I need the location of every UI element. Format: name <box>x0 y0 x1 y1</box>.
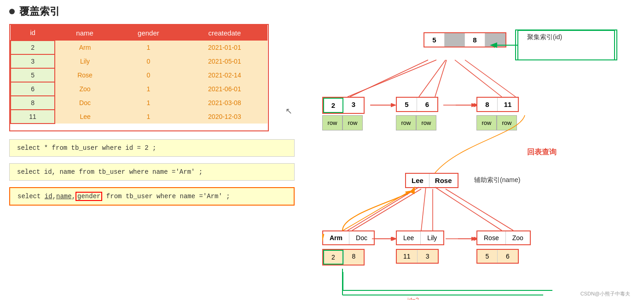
sql3-comma1: , <box>52 193 56 200</box>
title-row: 覆盖索引 <box>9 5 313 18</box>
col-name: name <box>55 25 115 41</box>
aux-id-center-cell-2: 3 <box>418 250 438 263</box>
aux-leaf-left-node: Arm Doc <box>322 230 375 245</box>
svg-line-9 <box>446 189 513 230</box>
cell-name: Arm <box>55 41 115 54</box>
aux-id-left-cell-1: 2 <box>323 250 343 265</box>
watermark: CSDN@小熊子中毒夫 <box>580 290 630 297</box>
aux-leaf-left-cell-1: Arm <box>323 231 349 244</box>
clustered-top-node: 5 8 <box>424 32 506 47</box>
cell-createdate: 2021-06-01 <box>182 82 267 96</box>
clustered-top-cell-1: 5 <box>424 33 445 47</box>
cursor-icon: ↖ <box>285 106 292 116</box>
cell-id: 2 <box>11 41 55 54</box>
cell-gender: 0 <box>115 54 182 68</box>
table-row: 8 Doc 1 2021-03-08 <box>11 96 267 110</box>
svg-line-3 <box>435 60 447 97</box>
cell-id: 6 <box>11 82 55 96</box>
cell-id: 5 <box>11 68 55 82</box>
clustered-top-cell-gap1 <box>445 33 465 47</box>
clustered-mid-right-cell-2: 11 <box>498 98 518 111</box>
col-id: id <box>11 25 55 41</box>
clustered-mid-right-rows: row row <box>476 115 517 130</box>
clustered-top-cell-gap2 <box>485 33 505 47</box>
bullet-icon <box>9 9 15 14</box>
cell-name: Zoo <box>55 82 115 96</box>
page-title: 覆盖索引 <box>19 5 60 18</box>
cell-name: Doc <box>55 96 115 110</box>
row-cell-6: row <box>497 115 517 130</box>
sql3-prefix: select <box>17 193 45 200</box>
data-table-wrapper: id name gender createdate 2 Arm 1 2021-0… <box>9 24 269 131</box>
cell-name: Rose <box>55 68 115 82</box>
clustered-mid-right-node: 8 11 <box>476 97 519 112</box>
row-cell-2: row <box>342 115 363 130</box>
aux-id-right-cell-2: 6 <box>498 250 518 263</box>
back-query-label: 回表查询 <box>527 148 557 157</box>
clustered-label: 聚集索引(id) <box>527 33 562 41</box>
aux-leaf-right-cell-2: Zoo <box>506 231 530 244</box>
aux-id-left-node: 2 8 <box>322 249 365 266</box>
aux-top-node: Lee Rose <box>405 173 458 188</box>
svg-line-20 <box>455 60 502 97</box>
table-row: 2 Arm 1 2021-01-01 <box>11 41 267 54</box>
table-header-row: id name gender createdate <box>11 25 267 41</box>
clustered-mid-left-rows: row row <box>322 115 363 130</box>
svg-text:id=2: id=2 <box>407 296 419 300</box>
cell-name: Lily <box>55 54 115 68</box>
svg-line-24 <box>421 187 426 230</box>
sql2-text: select id, name from tb_user where name … <box>17 168 203 176</box>
cell-gender: 1 <box>115 96 182 110</box>
table-row: 11 Lee 1 2020-12-03 <box>11 110 267 124</box>
cell-gender: 0 <box>115 68 182 82</box>
table-row: 5 Rose 0 2021-02-14 <box>11 68 267 82</box>
aux-top-cell-1: Lee <box>406 174 429 187</box>
row-cell-3: row <box>396 115 416 130</box>
col-createdate: createdate <box>182 25 267 41</box>
svg-line-23 <box>348 187 419 230</box>
aux-id-center-node: 11 3 <box>396 249 439 264</box>
data-table: id name gender createdate 2 Arm 1 2021-0… <box>10 25 268 124</box>
auxiliary-label: 辅助索引(name) <box>474 176 520 184</box>
clustered-mid-left-cell-2: 3 <box>343 98 364 113</box>
table-row: 3 Lily 0 2021-05-01 <box>11 54 267 68</box>
cell-name: Lee <box>55 110 115 124</box>
cell-createdate: 2021-01-01 <box>182 41 267 54</box>
aux-id-right-node: 5 6 <box>476 249 519 264</box>
clustered-mid-center-cell-2: 6 <box>417 98 437 111</box>
svg-line-25 <box>435 187 502 230</box>
sql3-comma2: , <box>72 193 75 200</box>
main-container: 覆盖索引 id name gender createdate 2 Arm 1 2… <box>0 0 644 301</box>
clustered-mid-center-cell-1: 5 <box>397 98 417 111</box>
cell-gender: 1 <box>115 110 182 124</box>
cell-gender: 1 <box>115 82 182 96</box>
aux-leaf-center-cell-2: Lily <box>421 231 443 244</box>
cell-createdate: 2021-03-08 <box>182 96 267 110</box>
aux-leaf-center-node: Lee Lily <box>396 230 444 245</box>
aux-id-left-cell-2: 8 <box>343 250 364 265</box>
cell-id: 8 <box>11 96 55 110</box>
sql1-text: select * from tb_user where id = 2 ; <box>17 144 156 152</box>
left-panel: 覆盖索引 id name gender createdate 2 Arm 1 2… <box>9 5 313 296</box>
svg-line-4 <box>465 60 516 97</box>
col-gender: gender <box>115 25 182 41</box>
aux-leaf-center-cell-1: Lee <box>397 231 421 244</box>
svg-line-19 <box>419 60 446 97</box>
clustered-mid-center-node: 5 6 <box>396 97 438 112</box>
sql3-name: name <box>56 193 72 200</box>
cell-id: 11 <box>11 110 55 124</box>
svg-line-18 <box>348 60 436 97</box>
clustered-mid-left-cell-1: 2 <box>323 98 343 113</box>
sql-box-2: select id, name from tb_user where name … <box>9 163 295 181</box>
sql-box-3: select id,name,gender from tb_user where… <box>9 187 295 206</box>
right-panel: 聚集索引(id) 5 8 2 3 row row 5 6 <box>322 5 635 296</box>
svg-line-13 <box>343 191 410 230</box>
aux-id-center-cell-1: 11 <box>397 250 418 263</box>
aux-id-right-cell-1: 5 <box>477 250 498 263</box>
cell-gender: 1 <box>115 41 182 54</box>
cell-createdate: 2021-05-01 <box>182 54 267 68</box>
clustered-mid-right-cell-1: 8 <box>477 98 498 111</box>
row-cell-5: row <box>476 115 497 130</box>
aux-leaf-right-node: Rose Zoo <box>476 230 531 245</box>
clustered-top-cell-2: 8 <box>465 33 485 47</box>
